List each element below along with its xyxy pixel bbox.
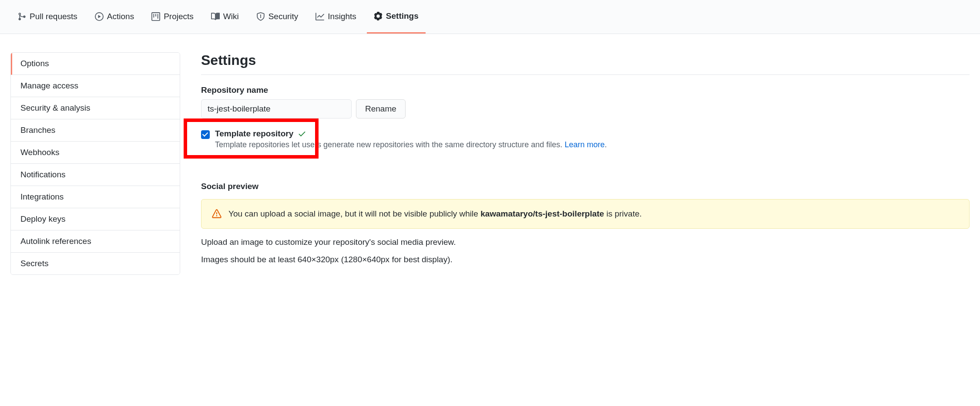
sidebar-item-integrations[interactable]: Integrations bbox=[11, 186, 180, 208]
gear-icon bbox=[374, 12, 383, 20]
repo-tabs: Pull requests Actions Projects Wiki Secu… bbox=[0, 0, 980, 34]
page-title: Settings bbox=[201, 52, 970, 75]
tab-actions[interactable]: Actions bbox=[88, 0, 141, 34]
social-preview-warning: You can upload a social image, but it wi… bbox=[201, 199, 970, 229]
tab-settings[interactable]: Settings bbox=[367, 0, 426, 34]
tab-label: Pull requests bbox=[30, 12, 77, 21]
settings-sidebar: Options Manage access Security & analysi… bbox=[10, 52, 180, 275]
social-preview-text-1: Upload an image to customize your reposi… bbox=[201, 237, 970, 247]
sidebar-item-autolink-references[interactable]: Autolink references bbox=[11, 230, 180, 253]
shield-icon bbox=[256, 12, 265, 21]
template-repository-row: Template repository Template repositorie… bbox=[201, 129, 970, 149]
sidebar-item-branches[interactable]: Branches bbox=[11, 119, 180, 142]
tab-projects[interactable]: Projects bbox=[144, 0, 201, 34]
social-preview-heading: Social preview bbox=[201, 182, 970, 191]
book-icon bbox=[211, 12, 220, 21]
pull-request-icon bbox=[17, 12, 26, 21]
tab-pull-requests[interactable]: Pull requests bbox=[10, 0, 84, 34]
check-icon bbox=[298, 129, 306, 138]
learn-more-link[interactable]: Learn more bbox=[564, 140, 604, 149]
tab-label: Insights bbox=[328, 12, 356, 21]
main-content: Settings Repository name Rename Template… bbox=[201, 52, 970, 275]
sidebar-item-secrets[interactable]: Secrets bbox=[11, 253, 180, 274]
template-repository-description: Template repositories let users generate… bbox=[215, 140, 607, 149]
project-icon bbox=[151, 12, 160, 21]
social-preview-text-2: Images should be at least 640×320px (128… bbox=[201, 255, 970, 264]
repo-name-label: Repository name bbox=[201, 85, 970, 95]
sidebar-item-notifications[interactable]: Notifications bbox=[11, 164, 180, 186]
play-icon bbox=[95, 12, 104, 21]
template-repository-checkbox[interactable] bbox=[201, 130, 210, 139]
sidebar-item-security-analysis[interactable]: Security & analysis bbox=[11, 97, 180, 119]
rename-button[interactable]: Rename bbox=[356, 99, 406, 118]
repo-name-input[interactable] bbox=[201, 99, 352, 118]
sidebar-item-webhooks[interactable]: Webhooks bbox=[11, 142, 180, 164]
template-repository-label: Template repository bbox=[215, 129, 607, 139]
tab-security[interactable]: Security bbox=[249, 0, 305, 34]
graph-icon bbox=[315, 12, 324, 21]
tab-insights[interactable]: Insights bbox=[309, 0, 363, 34]
tab-label: Settings bbox=[386, 11, 419, 21]
tab-label: Security bbox=[268, 12, 299, 21]
sidebar-item-manage-access[interactable]: Manage access bbox=[11, 75, 180, 97]
warning-repo-name: kawamataryo/ts-jest-boilerplate bbox=[480, 209, 604, 218]
sidebar-item-deploy-keys[interactable]: Deploy keys bbox=[11, 208, 180, 230]
tab-label: Wiki bbox=[223, 12, 239, 21]
sidebar-item-options[interactable]: Options bbox=[11, 53, 180, 75]
alert-icon bbox=[212, 209, 222, 219]
tab-wiki[interactable]: Wiki bbox=[204, 0, 246, 34]
tab-label: Actions bbox=[107, 12, 134, 21]
tab-label: Projects bbox=[164, 12, 194, 21]
